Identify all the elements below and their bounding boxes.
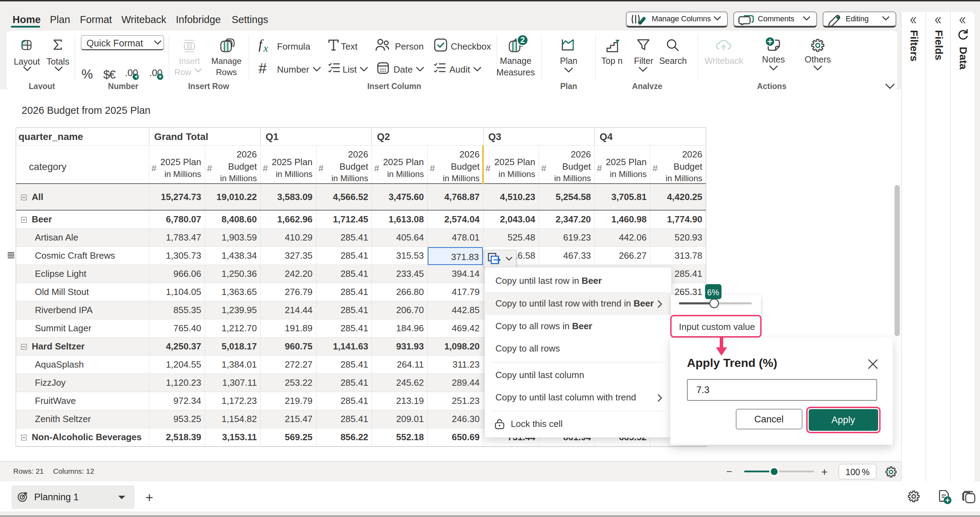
svg-text:x: x xyxy=(263,42,268,52)
svg-text:f: f xyxy=(259,38,264,52)
